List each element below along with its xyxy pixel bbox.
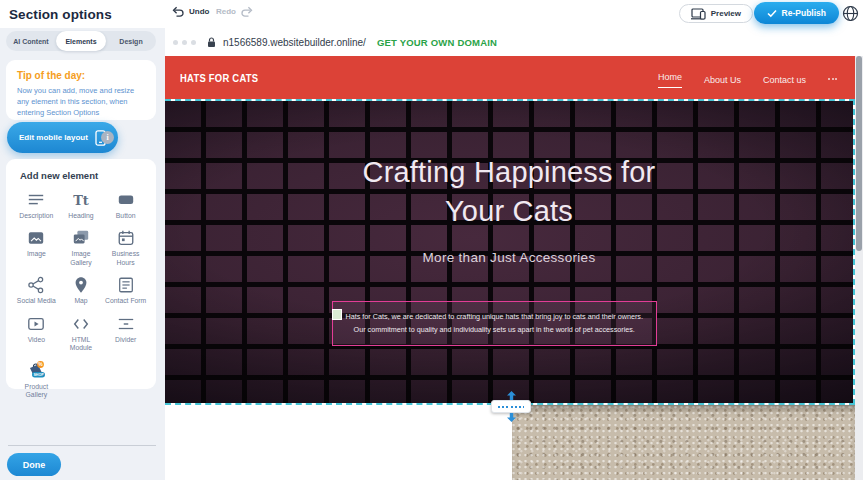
resize-dots-icon [498, 406, 524, 408]
map-pin-icon [72, 276, 90, 294]
contact-form-icon [117, 276, 135, 294]
section-resize-handle[interactable] [491, 391, 531, 423]
selected-text-element[interactable]: Hats for Cats, we are dedicated to craft… [332, 301, 657, 346]
element-html-module[interactable]: HTML Module [59, 315, 104, 353]
carpet-image [512, 405, 855, 480]
hero-section-editing[interactable]: Crafting Happiness for Your Cats More th… [165, 99, 855, 405]
svg-text:%: % [39, 361, 44, 367]
hero-subtitle[interactable]: More than Just Accessories [165, 250, 853, 265]
element-drag-handle[interactable] [332, 309, 342, 320]
redo-button[interactable]: Redo [216, 6, 253, 17]
nav-contact-us[interactable]: Contact us [763, 71, 806, 85]
undo-label: Undo [189, 7, 209, 16]
check-icon [767, 9, 777, 18]
sidebar-tabs: AI Content Elements Design [6, 31, 156, 51]
element-heading[interactable]: Tt Heading [59, 191, 104, 220]
devices-icon [691, 8, 706, 20]
divider-icon [117, 315, 135, 333]
sidebar-divider [8, 445, 156, 446]
get-domain-link[interactable]: GET YOUR OWN DOMAIN [377, 37, 497, 48]
preview-button[interactable]: Preview [679, 4, 753, 23]
site-nav: Home About Us Contact us [658, 56, 837, 99]
element-divider[interactable]: Divider [103, 315, 148, 353]
add-new-element-panel: Add new element Description Tt Heading [6, 159, 156, 389]
element-image-gallery[interactable]: Image Gallery [59, 229, 104, 267]
browser-scrollbar [855, 56, 863, 480]
done-button[interactable]: Done [7, 453, 61, 476]
nav-about-us[interactable]: About Us [704, 71, 741, 85]
site-logo[interactable]: HATS FOR CATS [180, 72, 258, 84]
element-grid: Description Tt Heading Button Ima [14, 191, 148, 400]
page-title: Section options [9, 7, 112, 22]
element-image[interactable]: Image [14, 229, 59, 267]
element-contact-form[interactable]: Contact Form [103, 276, 148, 305]
button-icon [117, 191, 135, 209]
site-header: HATS FOR CATS Home About Us Contact us [165, 56, 855, 99]
top-toolbar: Section options Undo Redo Preview Re-Pub… [0, 0, 863, 28]
site-url[interactable]: n1566589.websitebuilder.online/ [223, 37, 366, 48]
website-builder-app: Section options Undo Redo Preview Re-Pub… [0, 0, 863, 480]
element-social-media[interactable]: Social Media [14, 276, 59, 305]
image-icon [27, 229, 45, 247]
tab-design[interactable]: Design [106, 31, 156, 51]
tip-title: Tip of the day: [17, 70, 145, 81]
resize-arrow-up-icon [506, 391, 517, 400]
svg-text:SHOP: SHOP [34, 373, 45, 377]
business-hours-icon [117, 229, 135, 247]
nav-more-menu-icon[interactable] [828, 76, 837, 80]
info-icon[interactable]: i [101, 131, 114, 144]
html-module-icon [72, 315, 90, 333]
browser-address-bar: n1566589.websitebuilder.online/ GET YOUR… [165, 28, 863, 56]
element-description[interactable]: Description [14, 191, 59, 220]
element-business-hours[interactable]: Business Hours [103, 229, 148, 267]
element-product-gallery[interactable]: % SHOP Product Gallery [14, 362, 59, 400]
product-gallery-icon: % SHOP [24, 362, 48, 380]
tab-ai-content[interactable]: AI Content [6, 31, 56, 51]
element-button[interactable]: Button [103, 191, 148, 220]
hero-title[interactable]: Crafting Happiness for Your Cats [165, 153, 853, 231]
republish-label: Re-Publish [782, 8, 826, 18]
element-map[interactable]: Map [59, 276, 104, 305]
globe-language-icon[interactable] [842, 5, 859, 22]
video-icon [27, 315, 45, 333]
edit-mobile-label: Edit mobile layout [19, 133, 88, 142]
tab-elements[interactable]: Elements [56, 31, 106, 51]
republish-button[interactable]: Re-Publish [754, 2, 839, 24]
lock-icon [207, 37, 216, 48]
tip-body: Now you can add, move and resize any ele… [17, 86, 145, 119]
hero-content: Crafting Happiness for Your Cats More th… [165, 101, 853, 265]
site-preview-area: n1566589.websitebuilder.online/ GET YOUR… [165, 28, 863, 480]
nav-home[interactable]: Home [658, 68, 682, 88]
redo-icon [240, 6, 253, 17]
resize-arrow-down-icon [506, 413, 517, 422]
element-video[interactable]: Video [14, 315, 59, 353]
social-media-icon [27, 276, 45, 294]
scrollbar-thumb[interactable] [856, 56, 862, 251]
undo-button[interactable]: Undo [172, 6, 209, 17]
window-dots-icon [173, 40, 196, 45]
hero-body-text: Hats for Cats, we are dedicated to craft… [346, 311, 643, 336]
heading-icon: Tt [73, 191, 89, 209]
section-options-sidebar: AI Content Elements Design Tip of the da… [0, 28, 165, 480]
redo-label: Redo [216, 7, 236, 16]
resize-pill[interactable] [491, 400, 531, 413]
description-icon [27, 191, 45, 209]
tip-of-the-day-card: Tip of the day: Now you can add, move an… [6, 60, 156, 120]
add-element-title: Add new element [20, 170, 148, 181]
preview-label: Preview [711, 9, 741, 18]
undo-icon [172, 6, 185, 17]
image-gallery-icon [72, 229, 90, 247]
